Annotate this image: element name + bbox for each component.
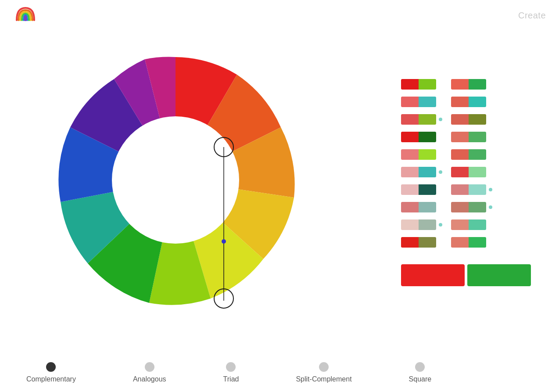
palette-row xyxy=(451,219,492,230)
palette-indicator-dot xyxy=(439,170,442,174)
logo[interactable] xyxy=(13,3,37,29)
create-button[interactable]: Create xyxy=(518,11,546,21)
palette-row xyxy=(401,149,442,160)
harmony-nav: Complementary Analogous Triad Split-Comp… xyxy=(0,362,559,383)
color-swatch[interactable] xyxy=(401,167,436,177)
palette-indicator-dot xyxy=(439,118,442,121)
palette-row xyxy=(401,237,442,248)
palette-row xyxy=(401,97,442,107)
palette-row xyxy=(451,79,492,90)
palette-row xyxy=(451,237,492,248)
nav-item-triad[interactable]: Triad xyxy=(223,362,239,383)
nav-label-analogous: Analogous xyxy=(133,375,166,383)
preview-swatch-row xyxy=(401,264,533,286)
left-palette-column xyxy=(401,79,442,251)
palette-row xyxy=(401,114,442,125)
nav-dot-analogous xyxy=(145,362,154,372)
nav-label-triad: Triad xyxy=(223,375,239,383)
palette-row xyxy=(451,114,492,125)
palette-row xyxy=(451,184,492,195)
color-wheel-container xyxy=(44,48,307,312)
nav-dot-complementary xyxy=(46,362,56,372)
color-swatch[interactable] xyxy=(401,132,436,142)
color-swatch[interactable] xyxy=(451,202,486,212)
nav-dot-square xyxy=(415,362,425,372)
color-swatch[interactable] xyxy=(451,237,486,248)
color-swatch[interactable] xyxy=(451,149,486,160)
palette-indicator-dot xyxy=(489,205,492,209)
color-swatch[interactable] xyxy=(451,184,486,195)
nav-dot-triad xyxy=(226,362,236,372)
palette-row xyxy=(401,219,442,230)
palette-indicator-dot xyxy=(489,188,492,191)
preview-swatch-secondary[interactable] xyxy=(467,264,531,286)
svg-point-0 xyxy=(112,116,239,244)
preview-swatch-primary[interactable] xyxy=(401,264,465,286)
palette-indicator-dot xyxy=(439,223,442,227)
palette-row xyxy=(401,79,442,90)
color-swatch[interactable] xyxy=(451,132,486,142)
palette-row xyxy=(401,167,442,177)
palette-row xyxy=(451,132,492,142)
right-palette-column xyxy=(451,79,492,251)
palette-row xyxy=(451,149,492,160)
color-swatch[interactable] xyxy=(401,97,436,107)
nav-label-complementary: Complementary xyxy=(26,375,76,383)
nav-item-square[interactable]: Square xyxy=(409,362,432,383)
palette-row xyxy=(451,167,492,177)
nav-item-split-complement[interactable]: Split-Complement xyxy=(296,362,351,383)
color-swatch[interactable] xyxy=(401,184,436,195)
palette-row xyxy=(401,132,442,142)
palette-row xyxy=(401,202,442,212)
nav-label-split-complement: Split-Complement xyxy=(296,375,351,383)
palette-row xyxy=(401,184,442,195)
svg-point-3 xyxy=(222,239,226,244)
nav-dot-split-complement xyxy=(319,362,329,372)
color-swatch[interactable] xyxy=(451,219,486,230)
nav-item-analogous[interactable]: Analogous xyxy=(133,362,166,383)
palette-columns xyxy=(401,79,533,251)
palette-row xyxy=(451,97,492,107)
header: Create xyxy=(0,0,559,31)
palette-container xyxy=(401,79,533,286)
color-swatch[interactable] xyxy=(451,167,486,177)
nav-item-complementary[interactable]: Complementary xyxy=(26,362,76,383)
color-swatch[interactable] xyxy=(401,237,436,248)
color-swatch[interactable] xyxy=(401,149,436,160)
nav-label-square: Square xyxy=(409,375,432,383)
palette-row xyxy=(451,202,492,212)
color-swatch[interactable] xyxy=(451,114,486,125)
color-swatch[interactable] xyxy=(401,202,436,212)
color-swatch[interactable] xyxy=(401,79,436,90)
color-swatch[interactable] xyxy=(401,219,436,230)
color-swatch[interactable] xyxy=(401,114,436,125)
color-swatch[interactable] xyxy=(451,97,486,107)
color-swatch[interactable] xyxy=(451,79,486,90)
